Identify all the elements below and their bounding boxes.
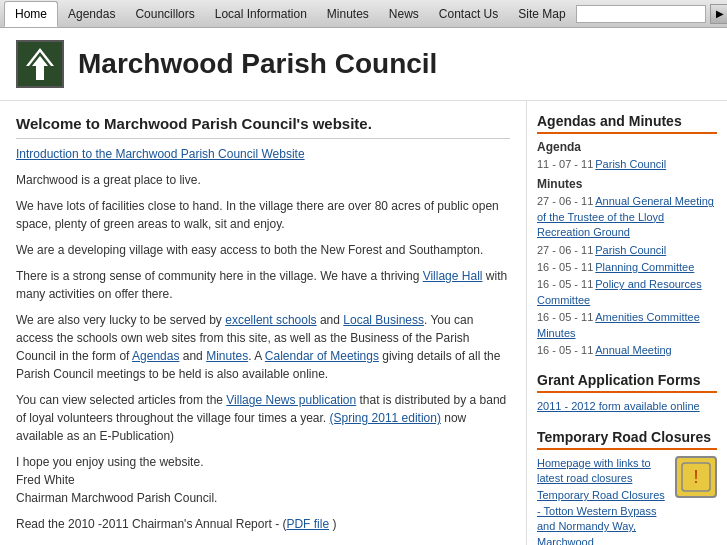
nav-local-information[interactable]: Local Information <box>205 2 317 26</box>
search-button[interactable]: ▶ <box>710 4 727 24</box>
nav-agendas[interactable]: Agendas <box>58 2 125 26</box>
nav-news[interactable]: News <box>379 2 429 26</box>
nav-councillors[interactable]: Councillors <box>125 2 204 26</box>
para-2: We have lots of facilities close to hand… <box>16 197 510 233</box>
grant-heading: Grant Application Forms <box>537 372 717 393</box>
road-links-container: Homepage with links to latest road closu… <box>537 456 669 545</box>
grant-link[interactable]: 2011 - 2012 form available online <box>537 399 717 414</box>
para-5: We are also very lucky to be served by e… <box>16 311 510 383</box>
schools-link[interactable]: excellent schools <box>225 313 316 327</box>
minutes-item-3: 16 - 05 - 11Policy and Resources Committ… <box>537 277 717 308</box>
local-business-link[interactable]: Local Business <box>343 313 424 327</box>
agenda-link-0[interactable]: Parish Council <box>595 158 666 170</box>
nav-site-map[interactable]: Site Map <box>508 2 575 26</box>
road-link-0[interactable]: Homepage with links to latest road closu… <box>537 456 669 487</box>
minutes-item-0: 27 - 06 - 11Annual General Meeting of th… <box>537 194 717 240</box>
agenda-sub-heading: Agenda <box>537 140 717 154</box>
minutes-link-1[interactable]: Parish Council <box>595 244 666 256</box>
minutes-item-4: 16 - 05 - 11Amenities Committee Minutes <box>537 310 717 341</box>
svg-text:!: ! <box>693 467 698 487</box>
spring-edition-link[interactable]: (Spring 2011 edition) <box>330 411 441 425</box>
minutes-link[interactable]: Minutes <box>206 349 248 363</box>
para-1: Marchwood is a great place to live. <box>16 171 510 189</box>
calendar-link[interactable]: Calendar of Meetings <box>265 349 379 363</box>
site-logo <box>16 40 64 88</box>
minutes-item-2: 16 - 05 - 11Planning Committee <box>537 260 717 275</box>
minutes-sub-heading: Minutes <box>537 177 717 191</box>
agenda-date-0: 11 - 07 - 11 <box>537 158 593 170</box>
village-news-link[interactable]: Village News publication <box>226 393 356 407</box>
svg-rect-0 <box>36 66 44 80</box>
pdf-link[interactable]: PDF file <box>286 517 329 531</box>
agenda-item-0: 11 - 07 - 11Parish Council <box>537 157 717 172</box>
sidebar: Agendas and Minutes Agenda 11 - 07 - 11P… <box>527 101 727 545</box>
para-6: You can view selected articles from the … <box>16 391 510 445</box>
main-content: Welcome to Marchwood Parish Council's we… <box>0 101 527 545</box>
road-closures-section: Temporary Road Closures Homepage with li… <box>537 429 717 545</box>
para-4: There is a strong sense of community her… <box>16 267 510 303</box>
para-3: We are a developing village with easy ac… <box>16 241 510 259</box>
road-closures-heading: Temporary Road Closures <box>537 429 717 450</box>
minutes-link-2[interactable]: Planning Committee <box>595 261 694 273</box>
site-title: Marchwood Parish Council <box>78 48 437 80</box>
welcome-heading: Welcome to Marchwood Parish Council's we… <box>16 115 510 139</box>
site-header: Marchwood Parish Council <box>0 28 727 101</box>
content-area: Welcome to Marchwood Parish Council's we… <box>0 101 727 545</box>
intro-link-block: Introduction to the Marchwood Parish Cou… <box>16 147 510 161</box>
search-bar: ▶ <box>576 4 727 24</box>
minutes-item-1: 27 - 06 - 11Parish Council <box>537 243 717 258</box>
agendas-minutes-heading: Agendas and Minutes <box>537 113 717 134</box>
minutes-item-5: 16 - 05 - 11Annual Meeting <box>537 343 717 358</box>
grant-section: Grant Application Forms 2011 - 2012 form… <box>537 372 717 414</box>
nav-home[interactable]: Home <box>4 1 58 27</box>
agendas-minutes-section: Agendas and Minutes Agenda 11 - 07 - 11P… <box>537 113 717 358</box>
navigation-bar: Home Agendas Councillors Local Informati… <box>0 0 727 28</box>
village-hall-link[interactable]: Village Hall <box>423 269 483 283</box>
intro-link[interactable]: Introduction to the Marchwood Parish Cou… <box>16 147 305 161</box>
para-7: I hope you enjoy using the website.Fred … <box>16 453 510 507</box>
road-link-1[interactable]: Temporary Road Closures - Totton Western… <box>537 488 669 545</box>
road-closure-box: Homepage with links to latest road closu… <box>537 456 717 545</box>
nav-contact-us[interactable]: Contact Us <box>429 2 508 26</box>
agendas-link[interactable]: Agendas <box>132 349 179 363</box>
nav-minutes[interactable]: Minutes <box>317 2 379 26</box>
road-sign-icon: ! <box>675 456 717 498</box>
para-8: Read the 2010 -2011 Chairman's Annual Re… <box>16 515 510 533</box>
search-input[interactable] <box>576 5 706 23</box>
minutes-link-5[interactable]: Annual Meeting <box>595 344 671 356</box>
